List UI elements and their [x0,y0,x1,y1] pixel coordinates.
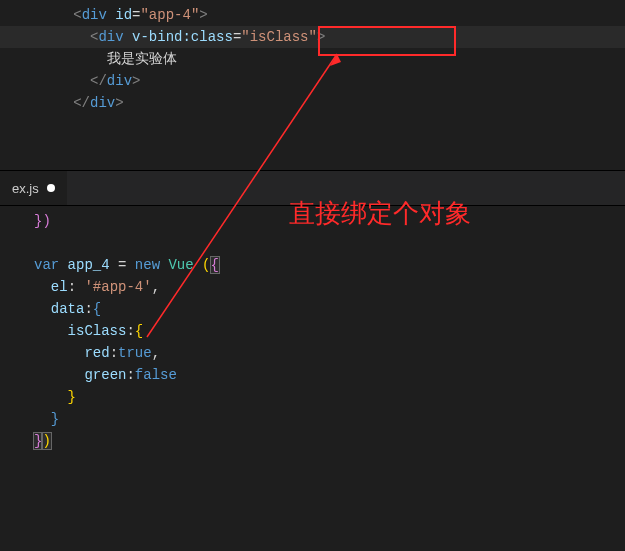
code-line: </div> [0,70,625,92]
code-line: red:true, [28,342,160,364]
html-code-area[interactable]: <div id="app-4"> <div v-bind:class="isCl… [0,0,625,114]
code-line: }) [28,210,51,232]
tab-bar: ex.js [0,171,625,206]
code-line: <div v-bind:class="isClass"> [0,26,625,48]
js-editor-pane: }) var app_4 = new Vue ({ el: '#app-4', … [0,206,625,452]
code-line: isClass:{ [28,320,143,342]
code-line: <div id="app-4"> [0,4,625,26]
tab-label: ex.js [12,181,39,196]
code-line: } [28,408,59,430]
code-line: }) [28,430,51,452]
code-line: green:false [28,364,177,386]
code-line: data:{ [28,298,101,320]
unsaved-dot-icon [47,184,55,192]
code-line [28,232,42,254]
code-line: </div> [0,92,625,114]
code-line: el: '#app-4', [28,276,160,298]
tab-exjs[interactable]: ex.js [0,171,67,205]
code-line: 我是实验体 [0,48,625,70]
html-editor-pane: <div id="app-4"> <div v-bind:class="isCl… [0,0,625,171]
js-code-area[interactable]: }) var app_4 = new Vue ({ el: '#app-4', … [0,206,625,452]
code-line: } [28,386,76,408]
code-line: var app_4 = new Vue ({ [28,254,219,276]
